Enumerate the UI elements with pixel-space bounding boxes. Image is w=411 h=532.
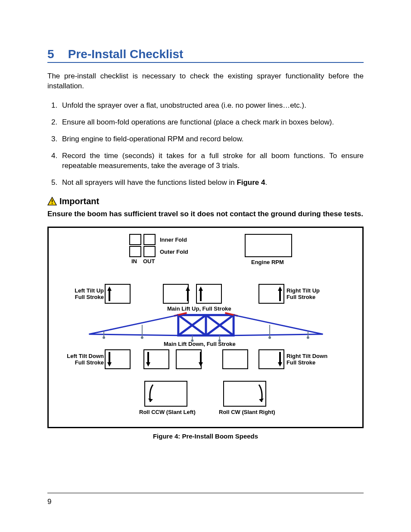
svg-point-21 xyxy=(268,336,271,339)
label-main-lift-down: Main Lift Down, Full Stroke xyxy=(164,341,236,347)
checklist-item: Unfold the sprayer over a flat, unobstru… xyxy=(59,101,364,111)
figure-4-diagram: Inner Fold Outer Fold IN OUT Engine RPM … xyxy=(47,227,364,428)
checklist: Unfold the sprayer over a flat, unobstru… xyxy=(47,101,364,188)
checklist-item-tail: . xyxy=(265,178,268,187)
svg-point-17 xyxy=(103,336,105,339)
checklist-item: Bring engine to field-operational RPM an… xyxy=(59,134,364,144)
label-roll-cw: Roll CW (Slant Right) xyxy=(219,409,275,415)
arrow-down-icon xyxy=(106,351,112,367)
intro-paragraph: The pre-install checklist is necessary t… xyxy=(47,72,364,91)
arrow-down-icon xyxy=(198,351,204,367)
label-roll-ccw: Roll CCW (Slant Left) xyxy=(139,409,196,415)
checklist-item: Ensure all boom-fold operations are func… xyxy=(59,118,364,128)
checklist-item-text: Not all sprayers will have the functions… xyxy=(62,178,237,187)
important-text: Ensure the boom has sufficient travel so… xyxy=(47,209,364,219)
arrow-down-icon xyxy=(277,351,283,367)
checklist-item: Not all sprayers will have the functions… xyxy=(59,178,364,188)
page-number: 9 xyxy=(47,498,51,506)
boom-illustration xyxy=(49,228,362,427)
section-number: 5 xyxy=(47,47,65,61)
svg-point-22 xyxy=(307,336,309,339)
warning-icon xyxy=(47,197,57,205)
checklist-item: Record the time (seconds) it takes for a… xyxy=(59,151,364,171)
label-left-tilt-down: Left Tilt Down Full Stroke xyxy=(62,353,104,366)
important-callout-header: Important xyxy=(47,196,364,206)
section-heading: 5 Pre-Install Checklist xyxy=(47,47,364,63)
field-extra[interactable] xyxy=(222,349,248,369)
arrow-curve-ccw-icon xyxy=(147,383,156,404)
figure-caption: Figure 4: Pre-Install Boom Speeds xyxy=(47,432,364,440)
label-right-tilt-down: Right Tilt Down Full Stroke xyxy=(286,353,327,366)
important-label: Important xyxy=(59,196,99,206)
section-title-text: Pre-Install Checklist xyxy=(68,47,184,61)
svg-rect-2 xyxy=(52,203,53,204)
footer-divider xyxy=(47,493,364,493)
arrow-down-icon xyxy=(145,351,151,367)
svg-point-18 xyxy=(141,336,143,339)
svg-rect-1 xyxy=(52,199,53,202)
figure-reference: Figure 4 xyxy=(237,178,265,187)
arrow-curve-cw-icon xyxy=(255,383,265,404)
